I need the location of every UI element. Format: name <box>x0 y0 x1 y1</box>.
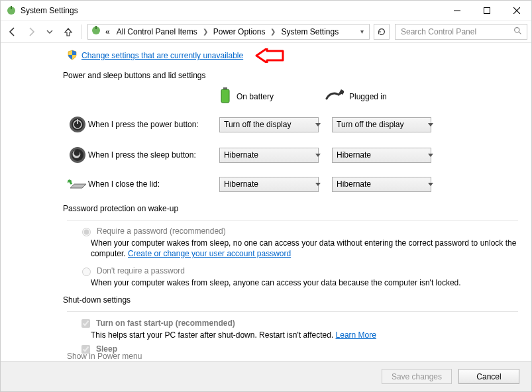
up-button[interactable] <box>60 24 76 40</box>
search-input[interactable] <box>399 26 513 37</box>
lid-battery-select[interactable]: Hibernate <box>219 177 319 192</box>
search-icon[interactable] <box>513 26 523 37</box>
no-password-option: Don't require a password When your compu… <box>79 266 518 288</box>
fast-startup-label: Turn on fast start-up (recommended) <box>96 318 235 328</box>
row-label: When I press the power button: <box>88 120 219 129</box>
annotation-arrow-icon <box>255 48 284 63</box>
breadcrumb-item[interactable]: System Settings <box>278 27 341 36</box>
address-dropdown-icon[interactable]: ▾ <box>358 28 366 35</box>
address-bar[interactable]: « All Control Panel Items ❯ Power Option… <box>87 24 370 40</box>
learn-more-link[interactable]: Learn More <box>336 330 376 340</box>
no-password-radio <box>82 268 91 276</box>
recent-locations-dropdown[interactable] <box>42 24 58 40</box>
forward-button[interactable] <box>23 24 39 40</box>
truncated-text: Show in Power menu <box>67 352 518 361</box>
row-label: When I close the lid: <box>88 179 219 189</box>
sleep-button-icon <box>67 146 88 164</box>
no-password-label: Don't require a password <box>97 266 185 275</box>
plug-icon <box>325 89 344 103</box>
refresh-button[interactable] <box>374 24 390 40</box>
chevron-right-icon[interactable]: ❯ <box>201 28 209 35</box>
search-box[interactable] <box>395 24 527 40</box>
row-power-button: When I press the power button: Turn off … <box>67 115 518 134</box>
sleep-button-plugged-select[interactable]: Hibernate <box>332 148 431 163</box>
row-sleep-button: When I press the sleep button: Hibernate… <box>67 146 518 164</box>
breadcrumb-prefix[interactable]: « <box>103 27 113 36</box>
require-password-label: Require a password (recommended) <box>97 226 226 236</box>
svg-rect-3 <box>484 7 490 13</box>
maximize-button[interactable] <box>472 1 502 20</box>
no-password-desc: When your computer wakes from sleep, any… <box>91 277 518 288</box>
sleep-button-battery-select[interactable]: Hibernate <box>219 148 319 163</box>
title-bar: System Settings <box>1 1 531 21</box>
save-changes-button: Save changes <box>382 369 452 384</box>
change-unavailable-settings-link[interactable]: Change settings that are currently unava… <box>81 51 243 60</box>
column-header-plugged: Plugged in <box>325 89 431 103</box>
row-close-lid: When I close the lid: Hibernate Hibernat… <box>67 176 518 192</box>
shield-icon <box>67 50 78 62</box>
app-icon <box>6 5 17 16</box>
require-password-desc: When your computer wakes from sleep, no … <box>91 238 518 259</box>
laptop-lid-icon <box>67 176 88 192</box>
fast-startup-option: Turn on fast start-up (recommended) This… <box>79 317 518 340</box>
window-title: System Settings <box>21 6 78 15</box>
svg-rect-7 <box>95 26 97 29</box>
create-change-password-link[interactable]: Create or change your user account passw… <box>128 249 291 258</box>
column-header-battery: On battery <box>219 87 325 106</box>
lid-plugged-select[interactable]: Hibernate <box>332 177 431 192</box>
footer-bar: Save changes Cancel <box>1 361 531 391</box>
battery-icon <box>219 87 231 106</box>
require-password-option: Require a password (recommended) When yo… <box>79 226 518 259</box>
location-icon <box>91 25 101 38</box>
breadcrumb-item[interactable]: Power Options <box>211 27 268 36</box>
content-area: Change settings that are currently unava… <box>1 43 531 361</box>
cancel-button[interactable]: Cancel <box>458 369 519 384</box>
power-button-icon <box>67 115 88 134</box>
breadcrumb-item[interactable]: All Control Panel Items <box>114 27 200 36</box>
separator <box>67 311 518 312</box>
svg-rect-1 <box>11 6 12 9</box>
power-button-plugged-select[interactable]: Turn off the display <box>332 117 431 132</box>
fast-startup-checkbox <box>81 319 90 328</box>
nav-bar: « All Control Panel Items ❯ Power Option… <box>1 21 531 43</box>
svg-line-9 <box>519 32 521 34</box>
section-heading-shutdown: Shut-down settings <box>63 295 518 305</box>
close-button[interactable] <box>502 1 531 20</box>
fast-startup-desc: This helps start your PC faster after sh… <box>91 330 518 340</box>
back-button[interactable] <box>5 24 21 40</box>
nav-separator <box>81 24 82 39</box>
separator <box>67 220 518 220</box>
section-heading-buttons-lid: Power and sleep buttons and lid settings <box>63 71 518 80</box>
row-label: When I press the sleep button: <box>88 150 219 160</box>
chevron-right-icon[interactable]: ❯ <box>269 28 277 35</box>
minimize-button[interactable] <box>442 1 472 20</box>
section-heading-password: Password protection on wake-up <box>63 204 518 213</box>
svg-point-8 <box>515 27 519 32</box>
power-button-battery-select[interactable]: Turn off the display <box>219 117 319 132</box>
require-password-radio <box>82 228 91 236</box>
svg-rect-11 <box>221 89 229 103</box>
